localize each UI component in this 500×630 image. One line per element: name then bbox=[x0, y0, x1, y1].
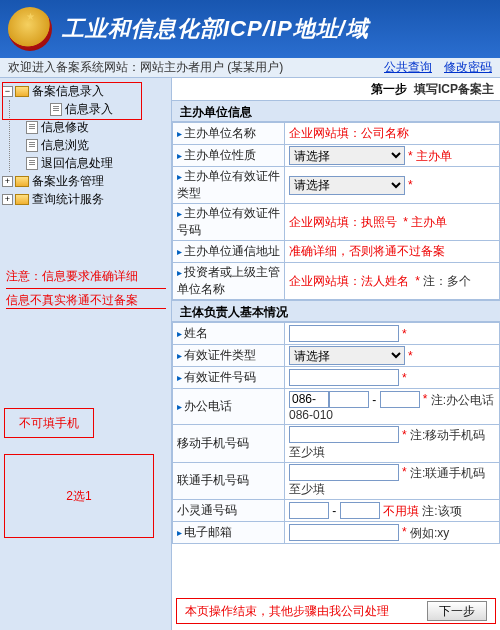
plus-icon: + bbox=[2, 194, 13, 205]
section-header-unit: 主办单位信息 bbox=[172, 100, 500, 122]
input-phone-num[interactable] bbox=[380, 391, 420, 408]
input-mobile[interactable] bbox=[289, 426, 399, 443]
tree-label: 备案业务管理 bbox=[32, 173, 104, 190]
tree-leaf-browse[interactable]: 信息浏览 bbox=[10, 136, 169, 154]
label-investor: 投资者或上级主管单位名称 bbox=[173, 263, 285, 300]
label-mobile: 移动手机号码 bbox=[173, 425, 285, 463]
folder-icon bbox=[15, 194, 29, 205]
tree-folder-query[interactable]: + 查询统计服务 bbox=[2, 190, 169, 208]
document-icon bbox=[50, 103, 62, 116]
section-header-person: 主体负责人基本情况 bbox=[172, 300, 500, 322]
label-idtype: 有效证件类型 bbox=[173, 345, 285, 367]
rt: 注:该项 bbox=[422, 503, 461, 517]
rt: 注：多个 bbox=[423, 274, 471, 288]
annotation-rule bbox=[6, 308, 166, 309]
input-idno[interactable] bbox=[289, 369, 399, 386]
annotation-no-mobile: 不可填手机 bbox=[4, 408, 94, 438]
tree-label: 查询统计服务 bbox=[32, 191, 104, 208]
tree-leaf-info-entry[interactable]: 信息录入 bbox=[10, 100, 169, 118]
public-query-link[interactable]: 公共查询 bbox=[384, 59, 432, 76]
folder-icon bbox=[15, 86, 29, 97]
step-indicator: 第一步 填写ICP备案主 bbox=[172, 78, 500, 100]
national-emblem-icon bbox=[8, 7, 52, 51]
label-email: 电子邮箱 bbox=[173, 522, 285, 544]
hint-phs: 不用填 bbox=[383, 503, 419, 517]
tree-label: 备案信息录入 bbox=[32, 83, 104, 100]
label-name: 姓名 bbox=[173, 323, 285, 345]
annotation-note-2: 信息不真实将通不过备案 bbox=[6, 292, 138, 309]
select-unit-nature[interactable]: 请选择 bbox=[289, 146, 405, 165]
input-phs-b[interactable] bbox=[340, 502, 380, 519]
app-header: 工业和信息化部ICP/IP地址/域 bbox=[0, 0, 500, 58]
label-unit-name: 主办单位名称 bbox=[173, 123, 285, 145]
footer-bar: 本页操作结束，其他步骤由我公司处理 下一步 bbox=[176, 598, 496, 624]
tree-leaf-modify[interactable]: 信息修改 bbox=[10, 118, 169, 136]
hint-investor: 企业网站填：法人姓名 bbox=[289, 274, 409, 288]
nav-tree: − 备案信息录入 信息录入 信息修改 信息浏览 bbox=[0, 78, 171, 212]
folder-icon bbox=[15, 176, 29, 187]
content-panel: 第一步 填写ICP备案主 主办单位信息 主办单位名称 企业网站填：公司名称 主办… bbox=[172, 78, 500, 630]
tree-leaf-return[interactable]: 退回信息处理 bbox=[10, 154, 169, 172]
input-unicom[interactable] bbox=[289, 464, 399, 481]
change-password-link[interactable]: 修改密码 bbox=[444, 59, 492, 76]
tree-folder-record-entry[interactable]: − 备案信息录入 bbox=[2, 82, 169, 100]
tree-label: 信息录入 bbox=[65, 101, 113, 118]
sidebar: − 备案信息录入 信息录入 信息修改 信息浏览 bbox=[0, 78, 172, 630]
minus-icon: − bbox=[2, 86, 13, 97]
input-phone-cc[interactable] bbox=[289, 391, 329, 408]
hint-unit-name: 企业网站填：公司名称 bbox=[289, 126, 409, 140]
unit-info-table: 主办单位名称 企业网站填：公司名称 主办单位性质 请选择* 主办单 主办单位有效… bbox=[172, 122, 500, 300]
label-idno: 有效证件号码 bbox=[173, 367, 285, 389]
label-phs: 小灵通号码 bbox=[173, 500, 285, 522]
select-idtype[interactable]: 请选择 bbox=[289, 346, 405, 365]
person-info-table: 姓名 * 有效证件类型 请选择* 有效证件号码 * 办公电话 - * 注:办公电… bbox=[172, 322, 500, 544]
document-icon bbox=[26, 139, 38, 152]
rt: 主办单 bbox=[411, 215, 447, 229]
label-unicom: 联通手机号码 bbox=[173, 462, 285, 500]
tree-label: 信息修改 bbox=[41, 119, 89, 136]
input-email[interactable] bbox=[289, 524, 399, 541]
input-phone-area[interactable] bbox=[329, 391, 369, 408]
footer-note: 本页操作结束，其他步骤由我公司处理 bbox=[185, 603, 427, 620]
input-phs-a[interactable] bbox=[289, 502, 329, 519]
tree-label: 退回信息处理 bbox=[41, 155, 113, 172]
label-cert-no: 主办单位有效证件号码 bbox=[173, 204, 285, 241]
tree-label: 信息浏览 bbox=[41, 137, 89, 154]
label-office-phone: 办公电话 bbox=[173, 389, 285, 425]
rt: 例如:xy bbox=[410, 525, 449, 539]
rt: 主办单 bbox=[416, 149, 452, 163]
label-addr: 主办单位通信地址 bbox=[173, 241, 285, 263]
hint-addr: 准确详细，否则将通不过备案 bbox=[289, 244, 445, 258]
next-button[interactable]: 下一步 bbox=[427, 601, 487, 621]
plus-icon: + bbox=[2, 176, 13, 187]
annotation-rule bbox=[6, 288, 166, 289]
input-name[interactable] bbox=[289, 325, 399, 342]
label-unit-nature: 主办单位性质 bbox=[173, 145, 285, 167]
top-bar: 欢迎进入备案系统网站：网站主办者用户 (某某用户) 公共查询 修改密码 bbox=[0, 58, 500, 78]
hint-cert-no: 企业网站填：执照号 bbox=[289, 215, 397, 229]
select-cert-type[interactable]: 请选择 bbox=[289, 176, 405, 195]
tree-folder-business[interactable]: + 备案业务管理 bbox=[2, 172, 169, 190]
annotation-note-1: 注意：信息要求准确详细 bbox=[6, 268, 138, 285]
welcome-text: 欢迎进入备案系统网站：网站主办者用户 (某某用户) bbox=[8, 59, 372, 76]
label-cert-type: 主办单位有效证件类型 bbox=[173, 167, 285, 204]
document-icon bbox=[26, 157, 38, 170]
document-icon bbox=[26, 121, 38, 134]
app-title: 工业和信息化部ICP/IP地址/域 bbox=[62, 14, 369, 44]
annotation-choose-one: 2选1 bbox=[4, 454, 154, 538]
